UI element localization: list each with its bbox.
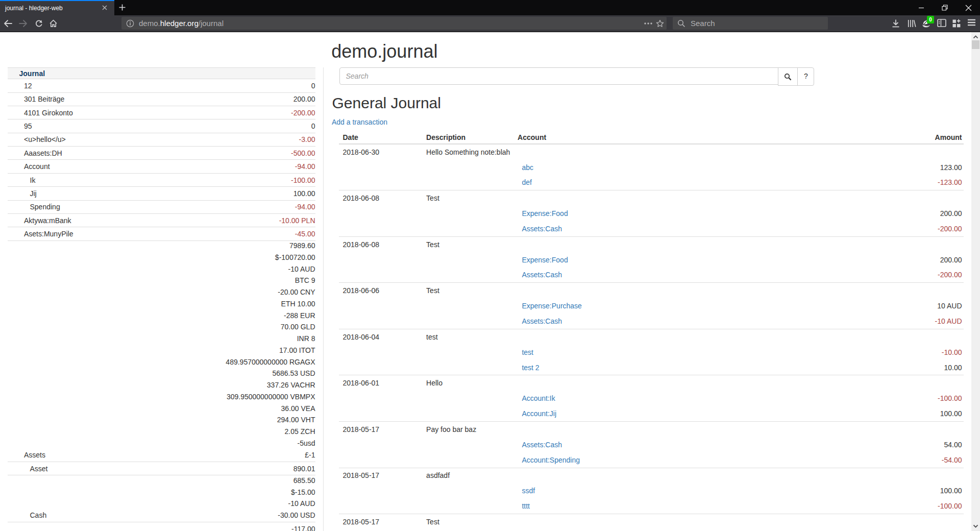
account-link[interactable]: 12 — [24, 82, 32, 90]
transaction-row[interactable]: 2018-06-06Test — [339, 283, 964, 298]
account-link[interactable]: 95 — [24, 122, 32, 130]
window-restore-icon[interactable] — [933, 0, 957, 15]
home-icon[interactable] — [49, 19, 58, 28]
posting-account-link[interactable]: abc — [522, 163, 533, 172]
posting-account-link[interactable]: Expense:Food — [522, 209, 568, 218]
account-link[interactable]: Cash — [30, 511, 47, 519]
search-icon — [784, 73, 792, 81]
posting-account-link[interactable]: Assets:Cash — [522, 225, 562, 233]
posting-account-link[interactable]: Account:Ik — [522, 394, 555, 402]
browser-search-bar[interactable]: Search — [673, 17, 828, 30]
posting-account-link[interactable]: test 2 — [522, 364, 539, 372]
scrollbar-thumb[interactable] — [972, 40, 979, 49]
posting-account-link[interactable]: Account:Spending — [522, 456, 580, 464]
tab-title: journal - hledger-web — [5, 1, 63, 15]
balance-amount: £-1 — [305, 451, 315, 459]
posting-account-link[interactable]: Expense:Food — [522, 256, 568, 264]
sidebar-account-row: Ik-100.00 — [8, 173, 315, 186]
balance-amount: $-100720.00 — [275, 253, 315, 261]
url-bar[interactable]: demo.hledger.org/journal — [121, 17, 667, 30]
search-submit-button[interactable] — [778, 67, 798, 86]
transaction-row[interactable]: 2018-05-17Test — [339, 514, 964, 529]
new-tab-icon[interactable] — [118, 4, 126, 11]
account-link[interactable]: Asets:MunyPile — [24, 230, 73, 238]
site-info-icon[interactable] — [126, 19, 134, 28]
balance-amount: 0 — [311, 82, 315, 90]
account-link[interactable]: <u>hello</u> — [24, 135, 66, 143]
transaction-row[interactable]: 2018-06-08Test — [339, 236, 964, 252]
balance-amount: INR 8 — [297, 334, 315, 343]
window-close-icon[interactable] — [957, 0, 980, 15]
library-icon[interactable] — [907, 19, 916, 28]
transaction-row[interactable]: 2018-05-17asdfadf — [339, 468, 964, 483]
bookmark-star-icon[interactable] — [656, 19, 664, 28]
reload-icon[interactable] — [35, 19, 43, 28]
transaction-row[interactable]: 2018-06-01Hello — [339, 375, 964, 391]
journal-heading: General Journal — [332, 94, 441, 111]
account-link[interactable]: 301 Beiträge — [24, 95, 64, 103]
downloads-icon[interactable] — [891, 19, 900, 28]
posting-account-link[interactable]: Assets:Cash — [522, 317, 562, 325]
transaction-date: 2018-06-08 — [339, 190, 423, 206]
account-balance: -200.00 — [161, 106, 315, 119]
menu-hamburger-icon[interactable] — [967, 19, 976, 26]
posting-account-link[interactable]: ssdf — [522, 487, 535, 495]
posting-account-link[interactable]: Assets:Cash — [522, 271, 562, 279]
transaction-description: Pay foo bar baz — [422, 421, 769, 437]
account-link[interactable]: Spending — [30, 203, 60, 211]
account-link[interactable]: Aktywa:mBank — [24, 216, 71, 225]
posting-account-link[interactable]: Expense:Purchase — [522, 302, 582, 310]
url-path: /journal — [199, 19, 224, 28]
balance-amount: -200.00 — [291, 109, 315, 117]
sidebar-account-row: Asets:MunyPile-45.00 — [8, 227, 315, 240]
sidebar-toggle-icon[interactable] — [937, 19, 946, 27]
balance-amount: 5686.53 USD — [272, 369, 315, 377]
window-minimize-icon[interactable] — [910, 0, 933, 15]
highlights-grid-icon[interactable] — [952, 19, 961, 28]
balance-amount: -10.00 PLN — [279, 216, 315, 225]
browser-navbar: demo.hledger.org/journal Search 0 — [0, 15, 980, 32]
scrollbar-down-icon[interactable] — [973, 524, 978, 528]
url-text[interactable]: demo.hledger.org/journal — [139, 17, 224, 30]
sidebar-account-row: <u>hello</u>-3.00 — [8, 133, 315, 146]
transaction-date: 2018-05-17 — [339, 421, 423, 437]
transaction-row[interactable]: 2018-06-08Test — [339, 190, 964, 206]
search-help-button[interactable]: ? — [797, 67, 814, 86]
posting-account-link[interactable]: tttt — [522, 502, 530, 510]
posting-account-link[interactable]: Assets:Cash — [522, 441, 562, 449]
posting-account-link[interactable]: test — [522, 348, 533, 356]
account-link[interactable]: 4101 Girokonto — [24, 109, 73, 117]
account-balance: -100.00 — [161, 173, 315, 186]
tab-close-icon[interactable] — [102, 5, 108, 11]
account-balance: 890.01 — [161, 462, 315, 475]
account-link[interactable]: Asset — [30, 465, 48, 473]
add-transaction-link[interactable]: Add a transaction — [332, 117, 387, 127]
sidebar-title[interactable]: Journal — [8, 68, 161, 79]
search-input[interactable] — [339, 67, 778, 85]
transaction-row[interactable]: 2018-06-30Hello Something note:blah — [339, 144, 964, 160]
page-actions-icon[interactable] — [644, 22, 652, 25]
balance-amount: 70.00 GLD — [281, 323, 315, 331]
account-link[interactable]: Assets — [24, 451, 45, 459]
transaction-row[interactable]: 2018-06-04test — [339, 329, 964, 344]
posting-row: test 210.00 — [339, 360, 964, 375]
transaction-row[interactable]: 2018-05-17Pay foo bar baz — [339, 421, 964, 437]
sidebar-account-row: Jij100.00 — [8, 187, 315, 200]
balance-amount: 36.00 VEA — [281, 404, 315, 413]
posting-row: abc123.00 — [339, 160, 964, 175]
forward-icon[interactable] — [19, 19, 28, 28]
browser-tab[interactable]: journal - hledger-web — [0, 0, 114, 15]
account-link[interactable]: Account — [24, 162, 50, 171]
back-icon[interactable] — [4, 19, 12, 28]
balance-amount: 0 — [311, 122, 315, 130]
account-link[interactable]: Aaasets:DH — [24, 149, 62, 157]
account-link[interactable]: Ik — [30, 176, 36, 184]
balance-amount: 2.05 ZCH — [285, 427, 315, 436]
posting-account-link[interactable]: def — [522, 178, 531, 186]
transaction-date: 2018-06-04 — [339, 329, 423, 344]
posting-amount: 10.00 — [769, 360, 963, 375]
page-scrollbar[interactable] — [971, 32, 980, 531]
posting-account-link[interactable]: Account:Jij — [522, 409, 556, 418]
account-link[interactable]: Jij — [30, 189, 37, 198]
scrollbar-up-icon[interactable] — [973, 35, 978, 39]
